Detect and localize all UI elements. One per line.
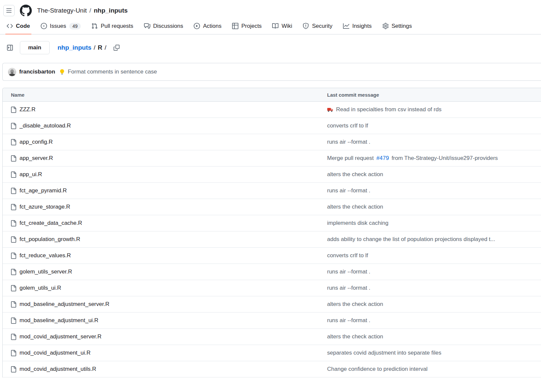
table-row: golem_utils_server.R runs air --format . bbox=[3, 264, 541, 280]
commit-message-link[interactable]: runs air --format . bbox=[327, 285, 370, 291]
commit-message-cell: converts crlf to lf bbox=[322, 252, 541, 259]
commit-author-avatar[interactable] bbox=[8, 68, 16, 76]
tab-actions[interactable]: Actions bbox=[190, 18, 225, 34]
tab-label: Actions bbox=[203, 23, 221, 29]
book-icon bbox=[272, 23, 278, 29]
commit-message-cell: Merge pull request #479 from The-Strateg… bbox=[322, 155, 541, 162]
file-name-link[interactable]: app_server.R bbox=[20, 155, 53, 162]
truck-emoji-icon bbox=[327, 107, 333, 113]
github-logo[interactable] bbox=[20, 5, 32, 17]
expand-side-panel-button[interactable] bbox=[4, 42, 16, 54]
table-row: golem_utils_ui.R runs air --format . bbox=[3, 280, 541, 296]
file-name-link[interactable]: fct_age_pyramid.R bbox=[20, 187, 67, 194]
commit-message-cell: Change confidence to prediction interval bbox=[322, 366, 541, 372]
commit-message-link[interactable]: alters the check action bbox=[327, 171, 383, 178]
commit-message-link[interactable]: adds ability to change the list of popul… bbox=[327, 236, 495, 243]
tab-discussions[interactable]: Discussions bbox=[140, 18, 187, 34]
commit-message-cell: runs air --format . bbox=[322, 187, 541, 194]
breadcrumb-repo-link[interactable]: nhp_inputs bbox=[94, 7, 127, 14]
file-icon bbox=[10, 285, 17, 291]
breadcrumb-org-link[interactable]: The-Strategy-Unit bbox=[37, 7, 87, 14]
avatar-image bbox=[8, 68, 16, 76]
file-name-cell: mod_covid_adjustment_utils.R bbox=[3, 366, 322, 372]
commit-message-link[interactable]: converts crlf to lf bbox=[327, 122, 368, 129]
tab-label: Insights bbox=[352, 23, 372, 29]
file-name-link[interactable]: fct_azure_storage.R bbox=[20, 204, 70, 210]
tab-pull-requests[interactable]: Pull requests bbox=[87, 18, 137, 34]
file-name-link[interactable]: _disable_autoload.R bbox=[20, 122, 71, 129]
table-row: fct_age_pyramid.R runs air --format . bbox=[3, 183, 541, 199]
file-name-link[interactable]: mod_covid_adjustment_ui.R bbox=[20, 350, 91, 356]
file-icon bbox=[10, 188, 17, 194]
commit-message-link[interactable]: Change confidence to prediction interval bbox=[327, 366, 427, 372]
file-icon bbox=[10, 107, 17, 113]
commit-message-link[interactable]: converts crlf to lf bbox=[327, 252, 368, 259]
tab-settings[interactable]: Settings bbox=[378, 18, 416, 34]
commit-message-link[interactable]: runs air --format . bbox=[327, 139, 370, 145]
commit-message-cell: runs air --format . bbox=[322, 269, 541, 275]
repo-tab-bar: Code Issues 49 Pull requests Discussions… bbox=[0, 18, 541, 34]
file-name-link[interactable]: mod_covid_adjustment_utils.R bbox=[20, 366, 96, 372]
commit-message-link[interactable]: separates covid adjustment into separate… bbox=[327, 350, 441, 356]
tab-label: Wiki bbox=[281, 23, 292, 29]
commit-message-cell: adds ability to change the list of popul… bbox=[322, 236, 541, 243]
tab-insights[interactable]: Insights bbox=[339, 18, 376, 34]
commit-message-cell: runs air --format . bbox=[322, 317, 541, 324]
copy-path-button[interactable] bbox=[112, 43, 121, 52]
file-name-link[interactable]: golem_utils_server.R bbox=[20, 269, 72, 275]
file-name-link[interactable]: app_config.R bbox=[20, 139, 53, 145]
file-name-link[interactable]: mod_baseline_adjustment_server.R bbox=[20, 301, 109, 308]
file-table-header: Name Last commit message bbox=[3, 88, 541, 102]
commit-message-link[interactable]: runs air --format . bbox=[327, 317, 370, 324]
tab-projects[interactable]: Projects bbox=[228, 18, 266, 34]
commit-message-link[interactable]: runs air --format . bbox=[327, 187, 370, 194]
path-separator: / bbox=[94, 44, 95, 51]
commit-message-link[interactable]: from The-Strategy-Unit/issue297-provider… bbox=[392, 155, 498, 162]
commit-message-link[interactable]: Merge pull request bbox=[327, 155, 374, 162]
tab-issues[interactable]: Issues 49 bbox=[37, 18, 85, 34]
git-pull-request-icon bbox=[91, 23, 98, 29]
file-name-link[interactable]: app_ui.R bbox=[20, 171, 42, 178]
path-separator: / bbox=[105, 44, 106, 51]
table-row: fct_azure_storage.R alters the check act… bbox=[3, 199, 541, 215]
file-browser-toolbar: main nhp_inputs / R / bbox=[0, 41, 541, 54]
tab-wiki[interactable]: Wiki bbox=[268, 18, 296, 34]
tab-code[interactable]: Code bbox=[3, 18, 34, 34]
table-row: app_ui.R alters the check action bbox=[3, 167, 541, 183]
file-name-link[interactable]: ZZZ.R bbox=[20, 106, 35, 113]
file-name-link[interactable]: fct_population_growth.R bbox=[20, 236, 80, 243]
commit-message-link[interactable]: alters the check action bbox=[327, 204, 383, 210]
commit-author-link[interactable]: francisbarton bbox=[19, 69, 55, 75]
file-name-link[interactable]: fct_create_data_cache.R bbox=[20, 220, 82, 226]
commit-message-link[interactable]: implements disk caching bbox=[327, 220, 388, 226]
path-repo-link[interactable]: nhp_inputs bbox=[58, 44, 91, 51]
hamburger-icon bbox=[6, 8, 12, 14]
commit-message-link[interactable]: alters the check action bbox=[327, 301, 383, 308]
file-name-link[interactable]: golem_utils_ui.R bbox=[20, 285, 61, 291]
lightbulb-emoji-icon bbox=[59, 69, 65, 75]
file-name-link[interactable]: mod_baseline_adjustment_ui.R bbox=[20, 317, 98, 324]
shield-icon bbox=[303, 23, 309, 29]
commit-message-link[interactable]: Read in specialties from csv instead of … bbox=[336, 106, 441, 113]
column-header-name: Name bbox=[3, 92, 322, 98]
file-icon bbox=[10, 350, 17, 356]
file-name-cell: fct_population_growth.R bbox=[3, 236, 322, 243]
commit-message-cell: alters the check action bbox=[322, 333, 541, 340]
hamburger-menu-button[interactable] bbox=[3, 5, 15, 16]
pull-request-link[interactable]: #479 bbox=[376, 155, 389, 162]
file-name-link[interactable]: mod_covid_adjustment_server.R bbox=[20, 333, 102, 340]
file-icon bbox=[10, 220, 17, 226]
github-mark-icon bbox=[20, 5, 32, 17]
commit-message-cell: converts crlf to lf bbox=[322, 122, 541, 129]
latest-commit-message-link[interactable]: Format comments in sentence case bbox=[68, 69, 157, 75]
file-name-link[interactable]: fct_reduce_values.R bbox=[20, 252, 71, 259]
tab-security[interactable]: Security bbox=[299, 18, 336, 34]
project-icon bbox=[232, 23, 238, 29]
commit-message-link[interactable]: runs air --format . bbox=[327, 269, 370, 275]
commit-message-link[interactable]: alters the check action bbox=[327, 333, 383, 340]
table-row: fct_population_growth.R adds ability to … bbox=[3, 231, 541, 248]
branch-selector-button[interactable]: main bbox=[20, 41, 50, 54]
file-name-cell: app_server.R bbox=[3, 155, 322, 162]
file-icon bbox=[10, 253, 17, 259]
file-icon bbox=[10, 334, 17, 340]
